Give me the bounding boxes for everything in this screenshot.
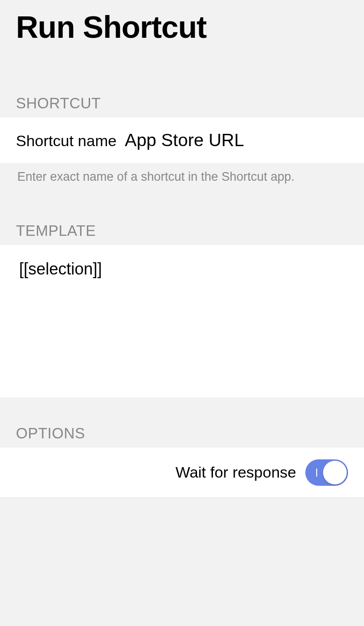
shortcut-name-label: Shortcut name xyxy=(16,132,116,150)
toggle-knob xyxy=(323,461,347,484)
shortcut-name-row[interactable]: Shortcut name App Store URL xyxy=(0,117,364,163)
wait-for-response-label: Wait for response xyxy=(176,463,296,481)
page-title: Run Shortcut xyxy=(0,0,364,63)
section-header-template: TEMPLATE xyxy=(0,195,364,245)
template-value: [[selection]] xyxy=(19,260,102,278)
shortcut-name-value: App Store URL xyxy=(125,130,244,150)
wait-for-response-toggle[interactable] xyxy=(305,459,348,486)
section-footer-shortcut: Enter exact name of a shortcut in the Sh… xyxy=(0,163,364,195)
template-textarea[interactable]: [[selection]] xyxy=(0,245,364,397)
wait-for-response-row: Wait for response xyxy=(0,448,364,498)
section-header-options: OPTIONS xyxy=(0,397,364,448)
toggle-on-indicator-icon xyxy=(316,468,317,477)
section-header-shortcut: SHORTCUT xyxy=(0,63,364,117)
